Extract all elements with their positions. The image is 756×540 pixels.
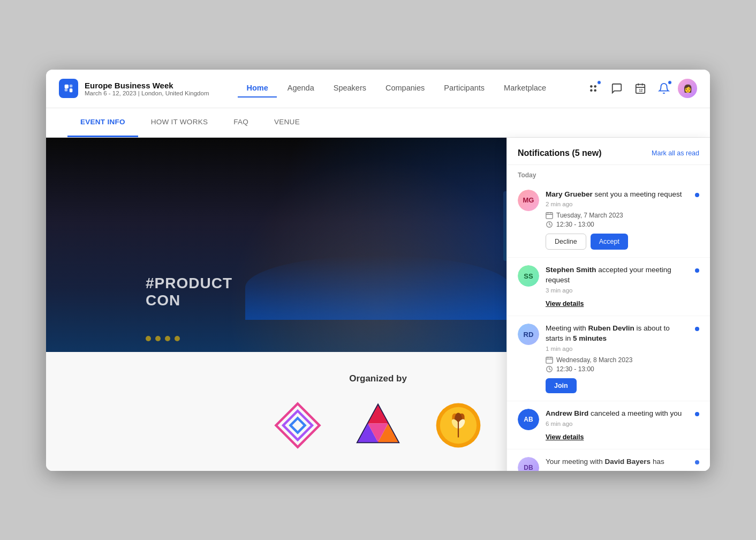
- brand-logo-icon[interactable]: [59, 79, 78, 98]
- nav-links-container: Home Agenda Speakers Companies Participa…: [222, 79, 571, 98]
- notification-item-andrew: AB Andrew Bird canceled a meeting with y…: [507, 401, 710, 449]
- unread-dot-andrew: [695, 412, 699, 416]
- avatar-ruben-initials: RD: [518, 324, 539, 345]
- notif-meta-ruben: Wednesday, 8 March 2023 12:30 - 13:00: [546, 356, 689, 373]
- notif-content-ruben: Meeting with Ruben Devlin is about to st…: [546, 324, 689, 393]
- notif-sender-david: David Bayers: [605, 458, 651, 466]
- notif-actions-ruben: Join: [546, 378, 689, 393]
- view-details-stephen[interactable]: View details: [546, 300, 584, 308]
- svg-point-3: [594, 89, 596, 92]
- brand-text: Europe Business Week March 6 - 12, 2023 …: [85, 81, 209, 96]
- svg-marker-13: [368, 405, 388, 423]
- unread-dot-david: [695, 460, 699, 464]
- nav-link-speakers[interactable]: Speakers: [325, 79, 375, 98]
- chat-icon-button[interactable]: [607, 79, 626, 98]
- notif-content-david: Your meeting with David Bayers has: [546, 457, 689, 471]
- light-3: [165, 336, 170, 341]
- notif-avatar-ruben: RD: [518, 324, 539, 345]
- notifications-title: Notifications (5 new): [518, 148, 601, 158]
- user-avatar[interactable]: 👩: [678, 79, 697, 98]
- nav-actions: 12 👩: [584, 79, 697, 98]
- svg-point-2: [590, 89, 593, 92]
- notif-time-value-ruben: 12:30 - 13:00: [556, 365, 594, 373]
- notif-sender-mary: Mary Grueber: [546, 190, 593, 198]
- avatar-david-initials: DB: [518, 457, 539, 471]
- calendar-icon-button[interactable]: 12: [631, 79, 650, 98]
- notif-sender-andrew: Andrew Bird: [546, 409, 588, 417]
- notification-item-david: DB Your meeting with David Bayers has: [507, 449, 710, 471]
- notif-date-value-mary: Tuesday, 7 March 2023: [556, 212, 623, 219]
- notif-time-mary: 2 min ago: [546, 201, 689, 207]
- notifications-icon-button[interactable]: [654, 79, 674, 98]
- notif-meta-date-mary: Tuesday, 7 March 2023: [546, 212, 689, 219]
- notif-bold-minutes: 5 minutes: [573, 334, 607, 342]
- notif-text-mary: Mary Grueber sent you a meeting request: [546, 190, 689, 200]
- nav-link-home[interactable]: Home: [238, 79, 276, 98]
- main-content: Leading and Innovatingat the New Product…: [46, 138, 710, 471]
- notifications-panel: Notifications (5 new) Mark all as read T…: [506, 138, 710, 471]
- notif-date-value-ruben: Wednesday, 8 March 2023: [556, 356, 632, 364]
- notification-item-stephen: SS Stephen Smith accepted your meeting r…: [507, 258, 710, 316]
- organizer-logo-diamond[interactable]: [274, 401, 322, 449]
- notif-avatar-andrew: AB: [518, 409, 539, 430]
- sub-navigation: EVENT INFO HOW IT WORKS FAQ VENUE: [46, 108, 710, 138]
- notif-content-stephen: Stephen Smith accepted your meeting requ…: [546, 265, 689, 308]
- nav-link-marketplace[interactable]: Marketplace: [495, 79, 555, 98]
- nav-link-participants[interactable]: Participants: [435, 79, 493, 98]
- svg-rect-30: [546, 357, 553, 363]
- notif-actions-mary: Decline Accept: [546, 234, 689, 250]
- sub-nav-event-info[interactable]: EVENT INFO: [67, 108, 138, 137]
- svg-point-1: [594, 85, 596, 88]
- sub-nav-venue[interactable]: VENUE: [261, 108, 313, 137]
- notification-item-ruben: RD Meeting with Ruben Devlin is about to…: [507, 316, 710, 401]
- notif-sender-ruben: Ruben Devlin: [588, 324, 634, 332]
- notif-avatar-mary: MG: [518, 190, 539, 211]
- svg-rect-25: [546, 213, 553, 219]
- notif-content-andrew: Andrew Bird canceled a meeting with you …: [546, 409, 689, 441]
- apps-icon-button[interactable]: [584, 79, 603, 98]
- notif-text-david: Your meeting with David Bayers has: [546, 457, 689, 467]
- hero-product-con-text: #PRODUCTCON: [146, 275, 232, 309]
- notif-content-mary: Mary Grueber sent you a meeting request …: [546, 190, 689, 250]
- light-1: [146, 336, 151, 341]
- notif-avatar-david: DB: [518, 457, 539, 471]
- nav-link-companies[interactable]: Companies: [377, 79, 433, 98]
- mark-all-read-button[interactable]: Mark all as read: [652, 149, 699, 157]
- light-2: [155, 336, 161, 341]
- notifications-badge: [668, 80, 672, 85]
- notif-text-stephen: Stephen Smith accepted your meeting requ…: [546, 265, 689, 286]
- notif-time-value-mary: 12:30 - 13:00: [556, 221, 594, 228]
- brand-name-text: Europe Business Week: [85, 81, 209, 90]
- hero-stage: [245, 256, 511, 320]
- apps-badge: [597, 80, 601, 85]
- notif-time-andrew: 6 min ago: [546, 421, 689, 427]
- organizer-logo-triangle[interactable]: [354, 401, 402, 449]
- notifications-section-today: Today: [507, 165, 710, 182]
- avatar-andrew-initials: AB: [518, 409, 539, 430]
- notif-meta-time-mary: 12:30 - 13:00: [546, 221, 689, 228]
- notification-item-mary: MG Mary Grueber sent you a meeting reque…: [507, 182, 710, 258]
- notif-meta-date-ruben: Wednesday, 8 March 2023: [546, 356, 689, 364]
- notif-text-ruben: Meeting with Ruben Devlin is about to st…: [546, 324, 689, 344]
- avatar-image: 👩: [678, 79, 697, 98]
- sub-nav-how-it-works[interactable]: HOW IT WORKS: [138, 108, 221, 137]
- unread-dot-stephen: [695, 268, 699, 273]
- join-button-ruben[interactable]: Join: [546, 378, 577, 393]
- notif-meta-time-ruben: 12:30 - 13:00: [546, 365, 689, 373]
- decline-button-mary[interactable]: Decline: [546, 234, 586, 250]
- brand-subtitle-text: March 6 - 12, 2023 | London, United King…: [85, 90, 209, 96]
- unread-dot-mary: [695, 193, 699, 197]
- svg-text:12: 12: [639, 88, 643, 92]
- accept-button-mary[interactable]: Accept: [591, 234, 628, 250]
- nav-link-agenda[interactable]: Agenda: [279, 79, 323, 98]
- avatar-stephen-initials: SS: [518, 265, 539, 287]
- svg-point-0: [590, 85, 593, 88]
- organizer-logo-circle[interactable]: [434, 401, 482, 449]
- browser-window: Europe Business Week March 6 - 12, 2023 …: [46, 70, 710, 471]
- view-details-andrew[interactable]: View details: [546, 433, 584, 441]
- notif-time-ruben: 1 min ago: [546, 346, 689, 352]
- top-navigation: Europe Business Week March 6 - 12, 2023 …: [46, 70, 710, 108]
- unread-dot-ruben: [695, 327, 699, 331]
- sub-nav-faq[interactable]: FAQ: [221, 108, 261, 137]
- notif-meta-mary: Tuesday, 7 March 2023 12:30 - 13:00: [546, 212, 689, 228]
